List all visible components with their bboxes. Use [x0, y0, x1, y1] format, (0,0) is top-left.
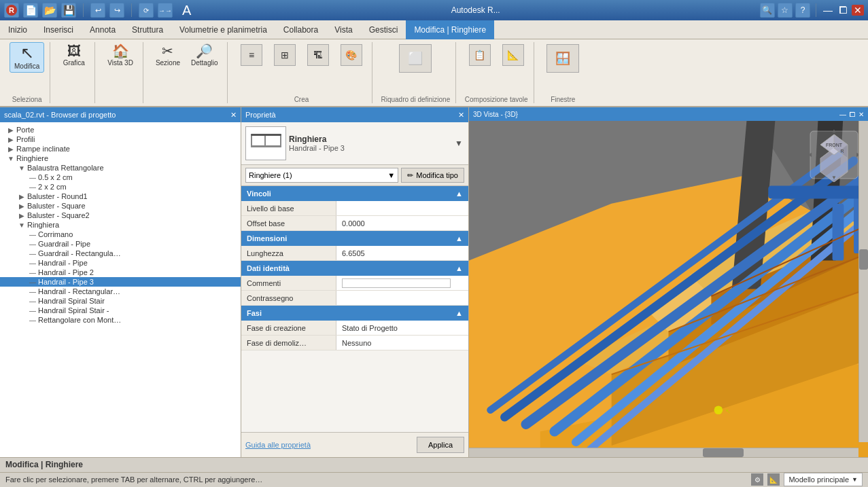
fasi-section-header[interactable]: Fasi ▲: [241, 306, 468, 321]
menu-modifica[interactable]: Modifica | Ringhiere: [406, 20, 494, 39]
tree-item-profili[interactable]: ▶ Profili: [0, 134, 241, 144]
tree-item-baluster-square[interactable]: ▶ Baluster - Square: [0, 201, 241, 211]
help-btn[interactable]: ?: [795, 3, 810, 18]
tree-item-handrail-spiral1[interactable]: — Handrail Spiral Stair: [0, 296, 241, 306]
design-options-icon[interactable]: 📐: [767, 473, 780, 486]
menu-collabora[interactable]: Collabora: [275, 20, 326, 39]
viewport-scrollbar-v[interactable]: [858, 121, 868, 442]
piani-btn[interactable]: ≡: [236, 42, 266, 68]
tree-toggle-ringhiere[interactable]: ▼: [5, 155, 16, 162]
tree-item-balaustra-rect[interactable]: ▼ Balaustra Rettangolare: [0, 163, 241, 173]
vp-minimize-icon[interactable]: —: [839, 111, 846, 118]
minimize-btn[interactable]: —: [822, 5, 834, 16]
commenti-input[interactable]: [342, 278, 451, 288]
tree-toggle-baluster-square2[interactable]: ▶: [16, 212, 27, 219]
vp-restore-icon[interactable]: ⧠: [849, 111, 856, 118]
menu-struttura[interactable]: Struttura: [124, 20, 171, 39]
tree-toggle-baluster-round1[interactable]: ▶: [16, 193, 27, 200]
search-btn[interactable]: 🔍: [760, 3, 775, 18]
tree-item-guardrail-rect[interactable]: — Guardrail - Rectangula…: [0, 249, 241, 258]
tree-item-bal-0.5[interactable]: — 0.5 x 2 cm: [0, 173, 241, 182]
dati-identita-section-header[interactable]: Dati identità ▲: [241, 261, 468, 276]
fase-creazione-value[interactable]: Stato di Progetto: [336, 321, 468, 335]
tree-item-baluster-square2[interactable]: ▶ Baluster - Square2: [0, 211, 241, 220]
vincoli-section-header[interactable]: Vincoli ▲: [241, 186, 468, 201]
comp2-btn[interactable]: 📐: [498, 42, 528, 68]
open-btn[interactable]: 📂: [42, 3, 57, 18]
menu-annota[interactable]: Annota: [82, 20, 124, 39]
tree-item-corrimano[interactable]: — Corrimano: [0, 230, 241, 239]
modifica-btn[interactable]: ↖ Modifica: [10, 42, 44, 73]
tree-item-guardrail-pipe[interactable]: — Guardrail - Pipe: [0, 239, 241, 249]
vista3d-btn[interactable]: 🏠 Vista 3D: [103, 42, 137, 69]
dettaglio-btn[interactable]: 🔎 Dettaglio: [187, 42, 222, 69]
grafica-btn[interactable]: 🖼 Grafica: [58, 42, 89, 69]
sezione-btn[interactable]: ✂ Sezione: [152, 42, 184, 69]
menu-inserisci[interactable]: Inserisci: [35, 20, 82, 39]
pb-tree[interactable]: ▶ Porte ▶ Profili ▶ Rampe inclinate ▼ Ri…: [0, 122, 241, 457]
worksets-icon[interactable]: ⚙: [751, 473, 763, 486]
tree-item-handrail-pipe2[interactable]: — Handrail - Pipe 2: [0, 268, 241, 277]
tree-toggle-profili[interactable]: ▶: [5, 136, 16, 143]
fase-demolizione-value[interactable]: Nessuno: [336, 336, 468, 350]
save-btn[interactable]: 💾: [61, 3, 76, 18]
tree-toggle-ringhiera[interactable]: ▼: [16, 221, 27, 229]
tree-item-ringhiera[interactable]: ▼ Ringhiera: [0, 220, 241, 230]
menu-inizio[interactable]: Inizio: [0, 20, 35, 39]
undo-btn[interactable]: ↩: [90, 3, 105, 18]
tree-item-handrail-pipe3[interactable]: — Handrail - Pipe 3: [0, 277, 241, 287]
tree-item-ringhiere[interactable]: ▼ Ringhiere: [0, 154, 241, 163]
tree-toggle-rampe[interactable]: ▶: [5, 145, 16, 153]
tree-item-handrail-spiral2[interactable]: — Handrail Spiral Stair -: [0, 306, 241, 315]
tree-item-rettangolare-mont[interactable]: — Rettangolare con Mont…: [0, 315, 241, 325]
tree-item-baluster-round1[interactable]: ▶ Baluster - Round1: [0, 192, 241, 201]
sezione-icon: ✂: [162, 44, 173, 58]
viste-btn[interactable]: 🏗: [302, 42, 333, 68]
viewport-content[interactable]: ↖ FRONT R ▲ ▼ ◀ ▶: [469, 121, 868, 457]
guida-link[interactable]: Guida alle proprietà: [245, 441, 311, 449]
pb-close-icon[interactable]: ✕: [230, 111, 237, 120]
nav-cube[interactable]: FRONT R ▲ ▼ ◀ ▶: [807, 128, 861, 182]
tree-toggle-porte[interactable]: ▶: [5, 126, 16, 134]
riquadro-btn[interactable]: ⬜: [395, 42, 436, 75]
prospetti-btn[interactable]: ⊞: [269, 42, 300, 68]
comp-tavola-btn[interactable]: 📋: [464, 42, 495, 68]
modello-dropdown[interactable]: Modello principale ▼: [784, 473, 863, 486]
livello-base-value[interactable]: [336, 201, 468, 215]
menu-vista[interactable]: Vista: [326, 20, 360, 39]
redo-btn[interactable]: ↪: [109, 3, 124, 18]
vp-close-icon[interactable]: ✕: [858, 111, 864, 118]
tree-item-handrail-rect[interactable]: — Handrail - Rectangular…: [0, 287, 241, 296]
close-btn[interactable]: ✕: [852, 5, 864, 16]
pp-dropdown-btn[interactable]: ▼: [453, 126, 464, 160]
menu-volumetrie[interactable]: Volumetrie e planimetria: [171, 20, 275, 39]
pp-selector-dropdown[interactable]: Ringhiere (1) ▼: [245, 168, 398, 183]
tree-item-bal-2[interactable]: — 2 x 2 cm: [0, 182, 241, 192]
lunghezza-value[interactable]: 6.6505: [336, 246, 468, 260]
viewport-scrollbar-h[interactable]: [469, 448, 858, 457]
dimensioni-section-header[interactable]: Dimensioni ▲: [241, 231, 468, 246]
apply-btn[interactable]: Applica: [417, 437, 464, 453]
finestre-btn[interactable]: 🪟: [542, 42, 583, 75]
star-btn[interactable]: ☆: [778, 3, 793, 18]
ribbon-items-sezione: ✂ Sezione 🔎 Dettaglio: [152, 42, 222, 102]
contrassegno-value[interactable]: [336, 291, 468, 305]
app-icon[interactable]: R: [4, 3, 19, 18]
offset-base-value[interactable]: 0.0000: [336, 216, 468, 230]
commenti-value[interactable]: [336, 276, 468, 290]
new-btn[interactable]: 📄: [23, 3, 38, 18]
tree-toggle-balaustra-rect[interactable]: ▼: [16, 164, 27, 172]
tree-item-rampe[interactable]: ▶ Rampe inclinate: [0, 144, 241, 154]
rendering-btn[interactable]: 🎨: [336, 42, 366, 68]
tree-toggle-baluster-square[interactable]: ▶: [16, 202, 27, 210]
tree-item-handrail-pipe[interactable]: — Handrail - Pipe: [0, 258, 241, 268]
tree-item-porte[interactable]: ▶ Porte: [0, 125, 241, 134]
pp-modify-type-btn[interactable]: ✏ Modifica tipo: [401, 168, 464, 183]
arrow-right-btn[interactable]: →→: [158, 3, 173, 18]
menu-gestisci[interactable]: Gestisci: [361, 20, 406, 39]
restore-btn[interactable]: ⧠: [837, 5, 849, 16]
viewport: 3D Vista - {3D} — ⧠ ✕: [469, 107, 868, 457]
sync-btn[interactable]: ⟳: [139, 3, 154, 18]
ribbon-group-riquadro: ⬜ Riquadro di definizione: [375, 42, 456, 103]
pp-close-icon[interactable]: ✕: [458, 111, 464, 120]
